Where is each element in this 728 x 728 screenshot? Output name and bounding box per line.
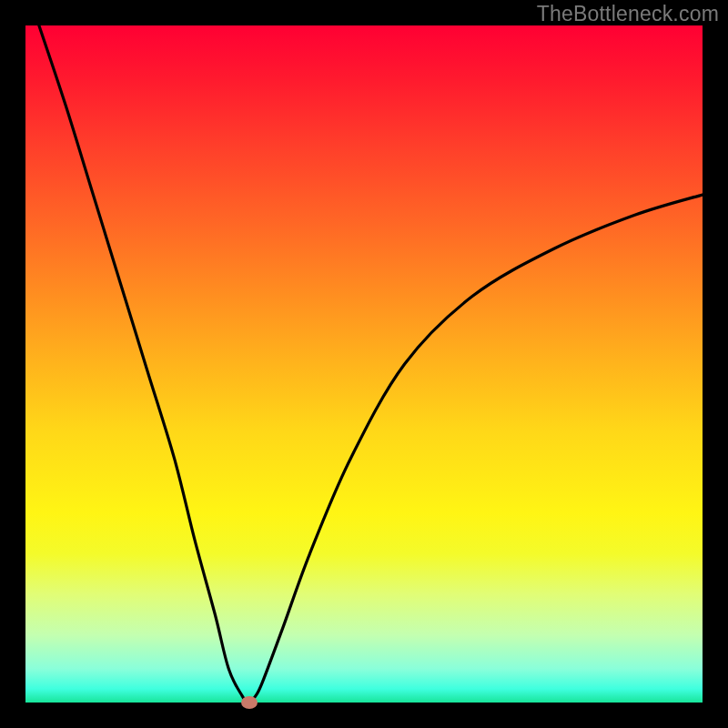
chart-container: TheBottleneck.com — [0, 0, 728, 728]
curve-svg — [25, 25, 703, 703]
bottleneck-curve-path — [39, 25, 703, 703]
minimum-marker — [241, 696, 258, 709]
plot-area — [25, 25, 703, 703]
watermark-label: TheBottleneck.com — [537, 2, 719, 26]
